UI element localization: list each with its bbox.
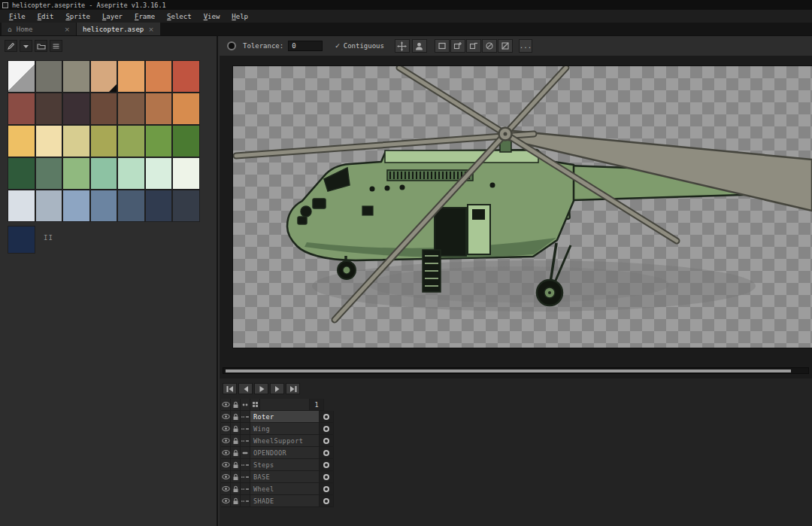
layer-name[interactable]: WheelSupport [250, 435, 320, 447]
palette-swatch[interactable] [117, 190, 145, 222]
palette-swatch[interactable] [35, 60, 63, 93]
palette-swatch[interactable] [145, 157, 173, 190]
palette-presets-button[interactable] [35, 40, 47, 52]
palette-swatch[interactable] [145, 190, 173, 222]
canvas-viewport[interactable] [233, 66, 812, 348]
layer-lock-toggle[interactable] [231, 423, 241, 435]
all-layers-visibility-toggle[interactable] [221, 399, 231, 411]
palette-swatch[interactable] [8, 93, 35, 125]
timeline-cel[interactable] [320, 459, 334, 471]
layer-row[interactable]: BASE [221, 471, 350, 483]
layer-name[interactable]: Wheel [250, 483, 320, 495]
palette-swatch[interactable] [90, 190, 118, 222]
ink-circle-icon[interactable] [227, 41, 236, 50]
layer-lock-toggle[interactable] [231, 495, 241, 507]
layer-link-toggle[interactable] [241, 459, 250, 471]
tab-document-close-icon[interactable]: × [148, 26, 154, 33]
palette-swatch[interactable] [35, 190, 63, 222]
palette-swatch[interactable] [172, 190, 200, 222]
menu-frame[interactable]: Frame [129, 11, 161, 22]
palette-swatch[interactable] [35, 125, 63, 157]
timeline-cel[interactable] [320, 411, 334, 423]
timeline-cel[interactable] [320, 447, 334, 459]
layer-lock-toggle[interactable] [231, 459, 241, 471]
layer-link-toggle[interactable] [241, 435, 250, 447]
prev-frame-button[interactable] [238, 383, 253, 394]
move-arrows-button[interactable] [395, 39, 410, 53]
layer-visibility-toggle[interactable] [221, 447, 231, 459]
palette-swatch[interactable] [8, 157, 35, 190]
palette-swatch[interactable] [145, 93, 173, 125]
layer-row[interactable]: Steps [221, 459, 350, 471]
layer-row[interactable]: Roter [221, 411, 350, 423]
layer-lock-toggle[interactable] [231, 411, 241, 423]
more-options-button[interactable]: ... [519, 39, 532, 53]
layer-visibility-toggle[interactable] [221, 459, 231, 471]
layer-name[interactable]: SHADE [250, 495, 320, 507]
palette-edit-button[interactable] [5, 40, 17, 52]
palette-resize-handle[interactable]: II [44, 234, 53, 242]
palette-swatch[interactable] [90, 125, 118, 157]
layer-row[interactable]: WheelSupport [221, 435, 350, 447]
palette-swatch[interactable] [8, 60, 35, 93]
palette-extra-swatch[interactable] [8, 226, 35, 254]
tolerance-input[interactable] [288, 41, 323, 51]
timeline-cel[interactable] [320, 423, 334, 435]
layer-visibility-toggle[interactable] [221, 483, 231, 495]
horizontal-scrollbar[interactable] [223, 367, 809, 374]
palette-swatch[interactable] [117, 157, 145, 190]
menu-select[interactable]: Select [161, 11, 198, 22]
layer-row[interactable]: Wheel [221, 483, 350, 495]
menu-sprite[interactable]: Sprite [59, 11, 96, 22]
layer-lock-toggle[interactable] [231, 447, 241, 459]
palette-swatch[interactable] [117, 125, 145, 157]
palette-options-button[interactable] [50, 40, 62, 52]
frame-header[interactable]: 1 [310, 399, 324, 411]
all-layers-link-toggle[interactable] [241, 399, 250, 411]
palette-swatch[interactable] [62, 157, 90, 190]
layer-link-toggle[interactable] [241, 411, 250, 423]
selection-intersect-button[interactable] [482, 39, 497, 53]
layer-name[interactable]: Roter [250, 411, 320, 423]
palette-swatch[interactable] [90, 157, 118, 190]
layer-name[interactable]: Steps [250, 459, 320, 471]
layer-row[interactable]: SHADE [221, 495, 350, 507]
palette-swatch[interactable] [62, 93, 90, 125]
layer-link-toggle[interactable] [241, 471, 250, 483]
layer-lock-toggle[interactable] [231, 483, 241, 495]
palette-swatch[interactable] [145, 60, 173, 93]
timeline-cel[interactable] [320, 483, 334, 495]
menu-help[interactable]: Help [226, 11, 254, 22]
layer-visibility-toggle[interactable] [221, 411, 231, 423]
layer-link-toggle[interactable] [241, 423, 250, 435]
palette-swatch[interactable] [117, 93, 145, 125]
palette-swatch[interactable] [90, 93, 118, 125]
timeline-cel[interactable] [320, 435, 334, 447]
play-button[interactable] [254, 383, 268, 394]
palette-swatch[interactable] [145, 125, 173, 157]
palette-swatch[interactable] [172, 93, 200, 125]
layer-link-toggle[interactable] [241, 483, 250, 495]
timeline-settings-button[interactable] [250, 399, 260, 411]
palette-swatch[interactable] [8, 190, 35, 222]
contiguous-checkbox[interactable]: ✓ [335, 42, 341, 50]
layer-lock-toggle[interactable] [231, 435, 241, 447]
timeline-cel[interactable] [320, 471, 334, 483]
layer-visibility-toggle[interactable] [221, 423, 231, 435]
palette-swatch[interactable] [35, 93, 63, 125]
layer-row[interactable]: Wing [221, 423, 350, 435]
layer-link-toggle[interactable] [241, 447, 250, 459]
palette-swatch[interactable] [90, 60, 118, 93]
go-first-frame-button[interactable] [223, 383, 237, 394]
palette-swatch[interactable] [117, 60, 145, 93]
selection-replace-button[interactable] [435, 39, 450, 53]
timeline-cel[interactable] [320, 495, 334, 507]
layer-visibility-toggle[interactable] [221, 435, 231, 447]
palette-swatch[interactable] [8, 125, 35, 157]
layer-name[interactable]: OPENDOOR [250, 447, 320, 459]
palette-swatch[interactable] [62, 125, 90, 157]
layer-name[interactable]: BASE [250, 471, 320, 483]
palette-swatch[interactable] [62, 60, 90, 93]
menu-layer[interactable]: Layer [96, 11, 129, 22]
layer-lock-toggle[interactable] [231, 471, 241, 483]
